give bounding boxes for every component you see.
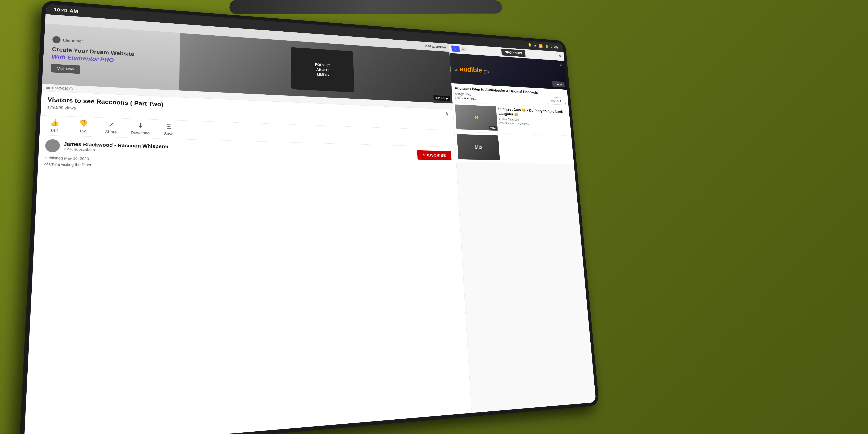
ad-small-label: Ad <box>461 47 467 51</box>
save-label: Save <box>164 131 174 136</box>
save-button[interactable]: ⊞ Save <box>161 123 177 136</box>
like-button[interactable]: 👍 14K <box>46 118 63 133</box>
channel-left: James Blackwood - Raccoon Whisperer 265K… <box>45 139 169 155</box>
mix-thumb: Mix <box>457 134 500 160</box>
share-label: Share <box>105 129 117 134</box>
download-button[interactable]: ⬇ Download <box>131 121 150 135</box>
sidebar-ad-label: ≡ Ad <box>452 45 467 53</box>
sidebar-thumb-cats: 🐱 9512 <box>455 104 498 131</box>
channel-avatar <box>45 139 60 152</box>
audible-app-button[interactable]: ↓ App <box>552 81 565 88</box>
sidebar-video-title-cats: Funniest Cats 🐱 - Don't try to hold back… <box>498 106 568 119</box>
audible-rating: 4.6 ★ FREE <box>462 96 477 100</box>
stylus <box>229 0 502 14</box>
install-button[interactable]: INSTALL <box>547 97 566 105</box>
ad-channel-name: Elementor <box>63 38 83 44</box>
battery-icon: 🔋 <box>545 44 549 49</box>
audible-ad-badge: Ad <box>455 96 461 100</box>
sidebar-mix[interactable]: Mix <box>455 132 574 164</box>
subscribe-button[interactable]: SUBSCRIBE <box>417 150 452 160</box>
sidebar-mix-info <box>500 135 572 162</box>
audible-close-button[interactable]: ✕ <box>559 62 563 67</box>
tablet-screen: 10:41 AM 💡 ⊗ 📶 🔋 73% Visit advertiser <box>24 4 596 434</box>
thumb-cats-content: 🐱 <box>473 114 480 121</box>
share-icon: ↗ <box>108 121 115 128</box>
dnd-icon: ⊗ <box>534 43 537 48</box>
hd-badge-cats: 9512 <box>489 126 497 130</box>
audible-meta-left: Google Play Ad 4.6 ★ FREE <box>455 92 477 101</box>
elementor-icon: ≡ <box>452 45 460 52</box>
sidebar-video-cats[interactable]: 🐱 9512 Funniest Cats 🐱 - Don't try to ho… <box>453 102 571 136</box>
ad-cta-button[interactable]: Visit Now <box>51 64 80 74</box>
channel-details: James Blackwood - Raccoon Whisperer 265K… <box>63 141 169 154</box>
mix-label: Mix <box>474 144 483 150</box>
main-content: Visit advertiser Elementor Create Your D… <box>24 14 596 434</box>
like-count: 14K <box>50 128 59 133</box>
ad-overlay-badge[interactable]: skip ads ▶ <box>433 95 450 101</box>
collapse-button[interactable]: ∧ <box>444 111 449 117</box>
battery-percent: 73% <box>551 44 558 50</box>
ad-channel-icon <box>52 36 61 43</box>
audible-ad: at audible )))) ✕ ↓ App Audible: Listen … <box>450 53 569 108</box>
like-icon: 👍 <box>50 119 60 127</box>
status-time: 10:41 AM <box>54 7 78 14</box>
ad-banner-left: Elementor Create Your Dream Website With… <box>42 30 180 84</box>
audible-badge-row: Ad 4.6 ★ FREE <box>455 96 477 101</box>
close-ad-button[interactable]: ✕ <box>558 54 562 59</box>
save-icon: ⊞ <box>166 123 172 130</box>
dislike-icon: 👎 <box>79 120 88 128</box>
download-icon: ⬇ <box>137 122 144 129</box>
visit-advertiser-label: Visit advertiser <box>425 44 446 49</box>
laptop-shape: FORGET ABOUT LIMITS <box>290 47 354 92</box>
sidebar-video-info-cats: Funniest Cats 🐱 - Don't try to hold back… <box>498 106 569 133</box>
ad-id-text: ad-1-of-2-030 ⓘ <box>46 85 73 91</box>
brightness-icon: 💡 <box>528 43 532 48</box>
laptop-screen-text: FORGET ABOUT LIMITS <box>315 62 330 78</box>
audible-source: Google Play <box>455 92 476 97</box>
dislike-count: 154 <box>79 129 87 134</box>
audible-logo: at audible )))) <box>455 64 489 75</box>
shop-now-button[interactable]: SHOP NOW <box>501 49 526 57</box>
status-icons: 💡 ⊗ 📶 🔋 73% <box>528 43 558 50</box>
share-button[interactable]: ↗ Share <box>103 121 119 135</box>
wifi-icon: 📶 <box>538 44 543 48</box>
tablet-device: 10:41 AM 💡 ⊗ 📶 🔋 73% Visit advertiser <box>19 0 599 434</box>
main-youtube-area: Visit advertiser Elementor Create Your D… <box>24 14 472 434</box>
dislike-button[interactable]: 👎 154 <box>75 119 92 134</box>
download-label: Download <box>131 130 150 135</box>
